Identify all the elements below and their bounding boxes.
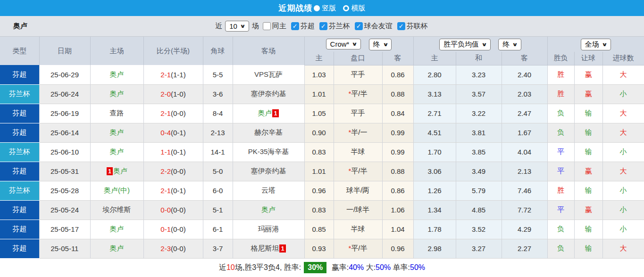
result-wdl-cell: 负: [547, 104, 574, 123]
filter-bar: 奥卢 近 10 ∨ 场 同主 ✓ 芬超 ✓ 芬兰杯 ✓ 球会友谊 ✓ 芬联杯: [0, 16, 644, 37]
result-goals-cell: 小: [602, 220, 644, 239]
table-row: 芬超25-06-19查路2-1(0-0)8-4奥卢11.05平手0.842.71…: [0, 104, 644, 123]
result-goals-cell: 小: [602, 142, 644, 162]
away-team-cell: 塞伊奈约基: [233, 84, 304, 104]
handicap-text: 平/半: [351, 167, 367, 175]
odds-home-cell: 0.83: [304, 200, 334, 220]
vertical-radio-label[interactable]: 竖版: [322, 4, 336, 13]
avg-draw-cell: 5.79: [456, 181, 502, 200]
odds-time-select[interactable]: 终∨: [369, 39, 392, 50]
header-odds-handicap: 盘口: [334, 52, 382, 65]
date-cell: 25-05-17: [39, 220, 90, 239]
scope-select[interactable]: 全场∨: [581, 39, 611, 50]
odds-home-cell: 0.85: [304, 220, 334, 239]
avg-time-value: 终: [502, 40, 510, 49]
league-cell: 芬超: [0, 104, 39, 123]
match-count-select[interactable]: 10 ∨: [225, 21, 249, 32]
avg-time-select[interactable]: 终∨: [498, 39, 521, 50]
away-team-name: 奥卢: [261, 205, 276, 213]
avg-draw-cell: 3.49: [456, 162, 502, 181]
away-team-name: 云塔: [261, 186, 276, 194]
table-row: 芬兰杯25-06-10奥卢1-1(0-1)14-1PK-35海辛基0.83半球0…: [0, 142, 644, 162]
date-cell: 25-06-14: [39, 123, 90, 142]
chevron-down-icon: ∨: [481, 41, 487, 48]
half-score: (0-1): [171, 148, 186, 156]
single-rate-label: 单率:: [391, 263, 410, 273]
away-team-cell: 赫尔辛基: [233, 123, 304, 142]
header-odds-home: 主: [304, 52, 334, 65]
result-handicap-cell: 赢: [574, 84, 602, 104]
date-cell: 25-06-24: [39, 84, 90, 104]
same-home-checkbox[interactable]: [263, 22, 271, 30]
avg-draw-cell: 3.57: [456, 84, 502, 104]
home-team-cell: 奥卢: [90, 239, 143, 258]
league-checkbox-finland-super[interactable]: ✓: [291, 22, 299, 30]
bookmaker-value: Crow*: [330, 40, 350, 48]
summary-record: 场,胜3平3负4, 胜率:: [235, 263, 301, 273]
half-score: (1-0): [171, 90, 186, 98]
result-wdl-cell: 平: [547, 200, 574, 220]
home-team-name: 奥卢: [113, 167, 127, 175]
handicap-cell: 球半/两: [334, 181, 382, 200]
result-handicap-cell: 输: [574, 181, 602, 200]
header-wdl: 胜负: [547, 52, 574, 65]
half-score: (0-0): [171, 109, 186, 117]
corners-cell: 5-5: [203, 65, 233, 84]
handicap-rate-value: 40%: [349, 263, 364, 272]
table-row: 芬超25-05-17奥卢0-1(0-0)6-1玛丽港0.85半球1.041.78…: [0, 220, 644, 239]
away-team-name: 塞伊奈约基: [251, 90, 286, 98]
bookmaker-select[interactable]: Crow*∨: [326, 39, 361, 49]
horizontal-radio-label[interactable]: 横版: [351, 4, 366, 13]
result-goals-cell: 小: [602, 200, 644, 220]
handicap-text: 一/球半: [346, 205, 369, 213]
home-team-name: 奥卢: [110, 244, 124, 252]
recent-results-panel: 近期战绩 竖版 横版 奥卢 近 10 ∨ 场 同主 ✓ 芬超 ✓ 芬兰杯 ✓ 球…: [0, 0, 644, 277]
half-score: (0-1): [171, 187, 186, 195]
handicap-text: 平/半: [351, 244, 367, 252]
league-cell: 芬超: [0, 65, 39, 84]
avg-select[interactable]: 胜平负均值∨: [439, 39, 491, 50]
table-row: 芬超25-05-311奥卢2-2(0-0)5-0塞伊奈约基1.01*平/半0.8…: [0, 162, 644, 181]
away-team-name: 赫尔辛基: [254, 128, 283, 136]
handicap-cell: *平/半: [334, 84, 382, 104]
league-checkbox-finland-cup[interactable]: ✓: [319, 22, 327, 30]
vertical-radio-selected[interactable]: [314, 5, 320, 11]
avg-away-cell: 2.03: [502, 84, 547, 104]
handicap-cell: 一/球半: [334, 200, 382, 220]
league-checkbox-finland-league-cup[interactable]: ✓: [397, 22, 405, 30]
league-checkbox-club-friendly[interactable]: ✓: [355, 22, 363, 30]
header-corner: 角球: [203, 37, 233, 65]
table-row: 芬兰杯25-06-24奥卢2-0(1-0)3-6塞伊奈约基1.01*平/半0.8…: [0, 84, 644, 104]
home-team-cell: 奥卢(中): [90, 181, 143, 200]
page-title: 近期战绩: [279, 3, 313, 14]
home-team-cell: 奥卢: [90, 65, 143, 84]
horizontal-radio[interactable]: [343, 5, 349, 11]
away-team-name: 格尼斯坦: [251, 244, 279, 252]
results-table-body: 芬超25-06-29奥卢2-1(1-1)5-5VPS瓦萨1.03平手0.862.…: [0, 65, 644, 258]
date-cell: 25-05-28: [39, 181, 90, 200]
league-cell: 芬超: [0, 239, 39, 258]
avg-away-cell: 2.40: [502, 65, 547, 84]
date-cell: 25-05-11: [39, 239, 90, 258]
avg-home-cell: 1.26: [413, 181, 456, 200]
header-home: 主场: [90, 37, 143, 65]
handicap-cell: *平/半: [334, 162, 382, 181]
corners-cell: 2-13: [203, 123, 233, 142]
result-handicap-cell: 赢: [574, 200, 602, 220]
header-date: 日期: [39, 37, 90, 65]
result-handicap-cell: 输: [574, 142, 602, 162]
score-cell: 1-1(0-1): [143, 142, 203, 162]
corners-cell: 8-4: [203, 104, 233, 123]
handicap-text: 平手: [351, 109, 365, 117]
match-count-value: 10: [229, 22, 237, 30]
odds-home-cell: 1.03: [304, 65, 334, 84]
result-goals-cell: 大: [602, 162, 644, 181]
team-name: 奥卢: [13, 22, 27, 31]
avg-home-cell: 3.06: [413, 162, 456, 181]
avg-away-cell: 7.72: [502, 200, 547, 220]
home-team-name: 奥卢: [110, 128, 124, 136]
home-team-name: 奥卢: [110, 70, 124, 78]
result-handicap-cell: 输: [574, 239, 602, 258]
avg-draw-cell: 3.85: [456, 142, 502, 162]
avg-away-cell: 7.46: [502, 181, 547, 200]
